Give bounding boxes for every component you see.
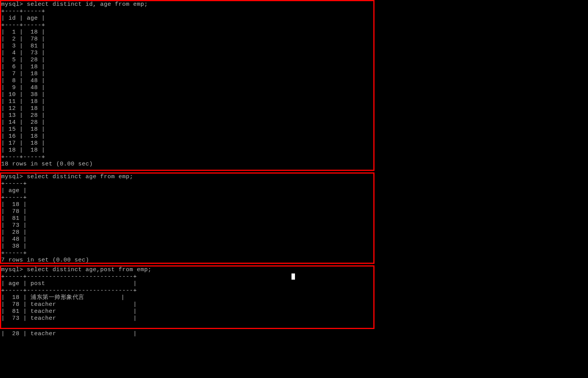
- query-result-panel-2: mysql> select distinct age from emp; +--…: [0, 172, 374, 264]
- terminal-output-3: mysql> select distinct age,post from emp…: [1, 267, 373, 322]
- terminal-output-1: mysql> select distinct id, age from emp;…: [1, 1, 373, 168]
- query-result-panel-3: mysql> select distinct age,post from emp…: [0, 265, 374, 329]
- query-result-panel-1: mysql> select distinct id, age from emp;…: [0, 0, 374, 171]
- overflow-row: | 28 | teacher |: [0, 331, 374, 338]
- terminal-cursor: [291, 273, 295, 280]
- overflow-output: | 28 | teacher |: [1, 331, 374, 338]
- terminal-output-2: mysql> select distinct age from emp; +--…: [1, 174, 373, 264]
